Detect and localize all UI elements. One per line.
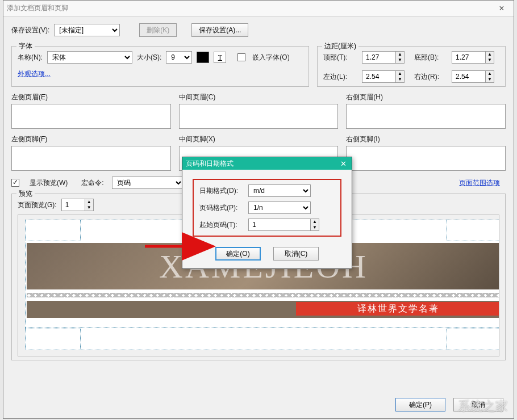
appearance-options-link[interactable]: 外观选项... xyxy=(18,69,51,79)
header-row: 左侧页眉(E) 中间页眉(C) 右侧页眉(H) xyxy=(11,93,506,129)
macro-label: 宏命令: xyxy=(81,178,103,188)
show-preview-label: 显示预览(W) xyxy=(30,178,68,188)
cancel-button[interactable]: 取消 xyxy=(453,398,503,411)
right-footer-label: 右侧页脚(I) xyxy=(346,135,506,144)
font-size-label: 大小(S): xyxy=(137,53,161,62)
date-format-select[interactable]: m/d xyxy=(248,184,311,197)
sub-cancel-button[interactable]: 取消(C) xyxy=(273,247,319,261)
titlebar: 添加文档页眉和页脚 × xyxy=(3,1,514,16)
left-header-input[interactable] xyxy=(11,104,171,129)
dialog-footer: 确定(P) 取消 xyxy=(395,398,503,411)
font-legend: 字体 xyxy=(16,41,35,51)
margin-right-input[interactable]: ▲▼ xyxy=(452,70,501,83)
save-settings-select[interactable]: [未指定] xyxy=(54,24,120,36)
page-format-select[interactable]: 1/n xyxy=(248,201,311,214)
margin-right-label: 右边(R): xyxy=(414,72,448,82)
margin-top-input[interactable]: ▲▼ xyxy=(362,51,411,64)
macro-select[interactable]: 页码 xyxy=(112,177,184,189)
preview-redbar: 译林世界文学名著 xyxy=(296,302,499,316)
margin-top-label: 顶部(T): xyxy=(323,53,358,62)
margin-left-input[interactable]: ▲▼ xyxy=(362,70,411,83)
margin-fieldset: 边距(厘米) 顶部(T): ▲▼ 底部(B): ▲▼ 左边(L): ▲▼ 右边(… xyxy=(317,46,506,87)
margin-bottom-label: 底部(B): xyxy=(414,53,448,62)
font-size-select[interactable]: 9 xyxy=(166,51,192,64)
page-date-format-dialog: 页码和日期格式 ✕ 日期格式(D): m/d 页码格式(P): 1/n 起始页码… xyxy=(182,157,352,269)
close-icon[interactable]: × xyxy=(493,3,510,14)
font-fieldset: 字体 名称(N): 宋体 大小(S): 9 T 嵌入字体(O) 外观选项... xyxy=(11,46,309,87)
margin-bottom-input[interactable]: ▲▼ xyxy=(452,51,501,64)
center-footer-label: 中间页脚(X) xyxy=(179,135,339,144)
highlight-frame: 日期格式(D): m/d 页码格式(P): 1/n 起始页码(T): ▲▼ xyxy=(193,179,341,237)
left-header-label: 左侧页眉(E) xyxy=(11,93,171,102)
center-header-input[interactable] xyxy=(179,104,339,129)
margin-left-label: 左边(L): xyxy=(323,72,358,82)
save-as-button[interactable]: 保存设置(A)... xyxy=(191,23,248,37)
embed-font-label: 嵌入字体(O) xyxy=(252,53,289,62)
left-footer-label: 左侧页脚(F) xyxy=(11,135,171,144)
page-preview-label: 页面预览(G): xyxy=(18,200,57,210)
sub-close-icon[interactable]: ✕ xyxy=(338,159,348,168)
delete-button: 删除(K) xyxy=(139,23,177,37)
start-page-input[interactable]: ▲▼ xyxy=(248,219,319,231)
left-footer-input[interactable] xyxy=(11,146,171,171)
page-format-label: 页码格式(P): xyxy=(199,203,248,213)
preview-legend: 预览 xyxy=(16,189,35,199)
underline-button[interactable]: T xyxy=(214,52,226,63)
right-header-label: 右侧页眉(H) xyxy=(346,93,506,102)
font-color-swatch[interactable] xyxy=(197,52,209,63)
sub-ok-button[interactable]: 确定(O) xyxy=(215,247,261,261)
start-page-label: 起始页码(T): xyxy=(199,220,248,230)
font-name-label: 名称(N): xyxy=(18,53,43,62)
date-format-label: 日期格式(D): xyxy=(199,186,248,196)
right-footer-input[interactable] xyxy=(346,146,506,171)
show-preview-checkbox[interactable] xyxy=(11,179,19,187)
page-preview-input[interactable]: ▲▼ xyxy=(61,199,94,211)
save-settings-row: 保存设置(V): [未指定] 删除(K) 保存设置(A)... xyxy=(11,23,506,37)
dialog-title: 添加文档页眉和页脚 xyxy=(7,3,493,13)
center-header-label: 中间页眉(C) xyxy=(179,93,339,102)
page-range-link[interactable]: 页面范围选项 xyxy=(459,178,500,188)
sub-title-text: 页码和日期格式 xyxy=(186,159,234,169)
right-header-input[interactable] xyxy=(346,104,506,129)
embed-font-checkbox[interactable] xyxy=(237,53,245,61)
margin-legend: 边距(厘米) xyxy=(322,41,358,51)
sub-titlebar: 页码和日期格式 ✕ xyxy=(182,157,352,170)
ok-button[interactable]: 确定(P) xyxy=(395,398,445,411)
save-settings-label: 保存设置(V): xyxy=(11,26,49,35)
font-name-select[interactable]: 宋体 xyxy=(47,51,132,64)
